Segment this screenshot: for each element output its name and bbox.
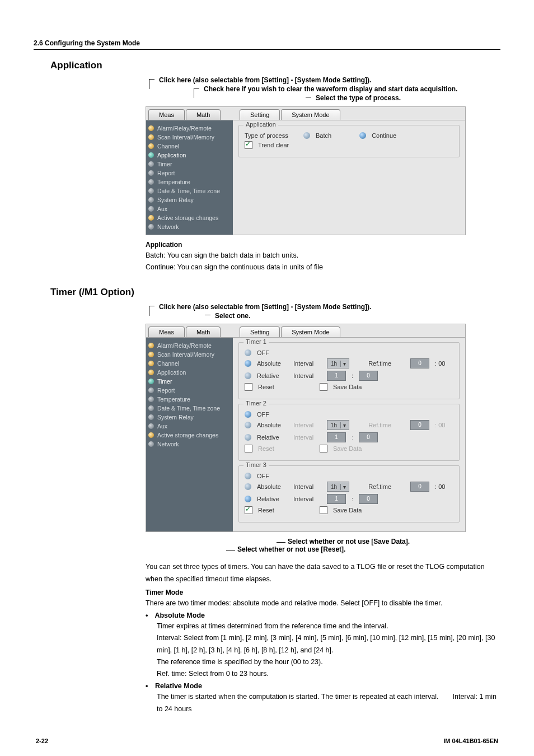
application-subhead: Application bbox=[146, 241, 500, 249]
nav-timer[interactable]: Timer bbox=[146, 160, 233, 169]
rel-min-field[interactable]: 0 bbox=[359, 371, 378, 381]
chk-save-data[interactable] bbox=[320, 506, 327, 514]
chk-reset[interactable] bbox=[245, 445, 252, 452]
application-batch-desc: Batch: You can sign the batch data in ba… bbox=[146, 250, 500, 262]
absolute-mode-p4: Ref. time: Select from 0 to 23 hours. bbox=[157, 668, 500, 680]
chk-save-data[interactable] bbox=[320, 383, 327, 391]
tab-setting[interactable]: Setting bbox=[240, 109, 280, 120]
nav-application[interactable]: Application bbox=[146, 151, 233, 160]
nav-network[interactable]: Network bbox=[146, 222, 233, 231]
radio-absolute[interactable] bbox=[245, 360, 251, 367]
dot-icon bbox=[148, 197, 154, 203]
dot-icon bbox=[148, 352, 154, 357]
dot-icon bbox=[148, 215, 154, 221]
dot-icon bbox=[148, 432, 154, 438]
nav-report[interactable]: Report bbox=[146, 169, 233, 178]
dot-icon bbox=[148, 161, 154, 167]
nav-active-storage-2[interactable]: Active storage changes bbox=[146, 431, 233, 440]
radio-absolute[interactable] bbox=[245, 483, 251, 490]
rel-min-field[interactable]: 0 bbox=[359, 494, 378, 504]
nav-temperature[interactable]: Temperature bbox=[146, 178, 233, 186]
dot-icon bbox=[148, 388, 154, 393]
dot-icon bbox=[148, 152, 154, 158]
radio-absolute[interactable] bbox=[245, 422, 251, 428]
reftime-field[interactable]: 0 bbox=[410, 420, 429, 430]
radio-off[interactable] bbox=[245, 473, 251, 479]
tab-system-mode[interactable]: System Mode bbox=[281, 109, 340, 120]
dot-icon bbox=[148, 405, 154, 411]
group-application-title: Application bbox=[243, 121, 278, 128]
rel-hour-field[interactable]: 1 bbox=[327, 371, 346, 381]
chevron-down-icon: ▾ bbox=[340, 484, 348, 490]
dot-icon bbox=[148, 379, 154, 384]
nav-datetime-2[interactable]: Date & Time, Time zone bbox=[146, 404, 233, 413]
timer-group-title: Timer 3 bbox=[243, 461, 269, 468]
radio-off[interactable] bbox=[245, 349, 251, 356]
caption-type-process: Select the type of process. bbox=[316, 94, 401, 102]
timer-group-1: Timer 1OFFAbsoluteInterval1h▾Ref.time0: … bbox=[238, 342, 460, 399]
dot-icon bbox=[148, 396, 154, 402]
nav-network-2[interactable]: Network bbox=[146, 440, 233, 449]
reftime-field[interactable]: 0 bbox=[410, 482, 429, 492]
tab-system-mode-2[interactable]: System Mode bbox=[281, 326, 340, 337]
absolute-mode-p3: The reference time is specified by the h… bbox=[157, 656, 500, 668]
chevron-down-icon: ▾ bbox=[340, 361, 348, 367]
rel-hour-field[interactable]: 1 bbox=[327, 494, 346, 504]
radio-continue[interactable] bbox=[359, 132, 366, 139]
interval-dropdown[interactable]: 1h▾ bbox=[327, 358, 349, 368]
radio-relative[interactable] bbox=[245, 496, 251, 502]
dot-icon bbox=[148, 423, 154, 429]
tab-math[interactable]: Math bbox=[186, 109, 221, 120]
chk-reset[interactable] bbox=[245, 383, 252, 391]
rel-hour-field[interactable]: 1 bbox=[327, 432, 346, 442]
dot-icon bbox=[148, 224, 154, 230]
rel-min-field[interactable]: 0 bbox=[359, 432, 378, 442]
nav-scan[interactable]: Scan Interval/Memory bbox=[146, 133, 233, 142]
interval-dropdown[interactable]: 1h▾ bbox=[327, 482, 349, 492]
tab-meas-2[interactable]: Meas bbox=[148, 326, 185, 337]
nav-system-relay[interactable]: System Relay bbox=[146, 195, 233, 204]
trend-clear-label: Trend clear bbox=[258, 142, 289, 148]
page-number: 2-22 bbox=[36, 738, 48, 744]
nav-channel[interactable]: Channel bbox=[146, 142, 233, 151]
radio-off[interactable] bbox=[245, 411, 251, 418]
nav-temperature-2[interactable]: Temperature bbox=[146, 395, 233, 404]
timer-group-3: Timer 3OFFAbsoluteInterval1h▾Ref.time0: … bbox=[238, 465, 460, 522]
nav-report-2[interactable]: Report bbox=[146, 386, 233, 395]
nav-aux[interactable]: Aux bbox=[146, 204, 233, 213]
nav-channel-2[interactable]: Channel bbox=[146, 359, 233, 368]
nav-scan-2[interactable]: Scan Interval/Memory bbox=[146, 350, 233, 359]
interval-dropdown[interactable]: 1h▾ bbox=[327, 420, 349, 430]
timer-desc: You can set three types of timers. You c… bbox=[146, 561, 500, 585]
timer-screenshot: Meas Math Setting System Mode Alarm/Rela… bbox=[146, 324, 466, 532]
nav-active-storage[interactable]: Active storage changes bbox=[146, 213, 233, 222]
relative-mode-heading: • Relative Mode bbox=[146, 682, 500, 690]
radio-relative[interactable] bbox=[245, 434, 251, 441]
timer-group-title: Timer 2 bbox=[243, 400, 269, 407]
nav-alarm[interactable]: Alarm/Relay/Remote bbox=[146, 124, 233, 133]
chk-reset[interactable] bbox=[245, 506, 252, 514]
reftime-field[interactable]: 0 bbox=[410, 358, 429, 368]
note-reset: Select whether or not use [Reset]. bbox=[237, 545, 345, 553]
radio-batch[interactable] bbox=[303, 132, 310, 139]
nav-application-2[interactable]: Application bbox=[146, 368, 233, 377]
tab-meas[interactable]: Meas bbox=[148, 109, 185, 120]
tab-setting-2[interactable]: Setting bbox=[240, 326, 280, 337]
dot-icon bbox=[148, 170, 154, 176]
nav-system-relay-2[interactable]: System Relay bbox=[146, 413, 233, 422]
nav-timer-2[interactable]: Timer bbox=[146, 377, 233, 386]
timer-caption-select: Select one. bbox=[215, 311, 250, 320]
chk-trend-clear[interactable] bbox=[245, 141, 252, 149]
timer-group-2: Timer 2OFFAbsoluteInterval1h▾Ref.time0: … bbox=[238, 404, 460, 461]
dot-icon bbox=[148, 188, 154, 194]
nav-datetime[interactable]: Date & Time, Time zone bbox=[146, 186, 233, 195]
dot-icon bbox=[148, 206, 154, 212]
timer-mode-heading: Timer Mode bbox=[146, 589, 500, 596]
application-heading: Application bbox=[50, 60, 500, 71]
absolute-mode-heading: • Absolute Mode bbox=[146, 612, 500, 619]
radio-relative[interactable] bbox=[245, 372, 251, 379]
nav-aux-2[interactable]: Aux bbox=[146, 422, 233, 431]
tab-math-2[interactable]: Math bbox=[186, 326, 221, 337]
chk-save-data[interactable] bbox=[320, 445, 327, 452]
nav-alarm-2[interactable]: Alarm/Relay/Remote bbox=[146, 341, 233, 350]
